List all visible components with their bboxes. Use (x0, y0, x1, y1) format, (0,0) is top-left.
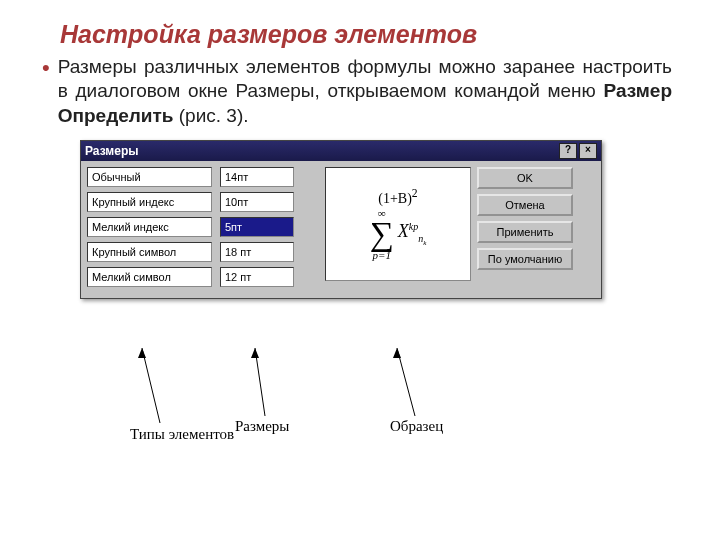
body-text: Размеры различных элементов формулы можн… (58, 55, 672, 128)
svg-line-2 (255, 348, 265, 416)
field-label: Крупный индекс (87, 192, 212, 212)
preview-box: (1+B)2 ∞ ∑ p=1 Xkpnk (325, 167, 471, 281)
prev-top-sup: 2 (412, 187, 418, 200)
callouts-layer: Типы элементов Размеры Образец (80, 348, 600, 468)
dialog-body: Обычный 14пт Крупный индекс 10пт Мелкий … (81, 161, 601, 298)
field-label: Крупный символ (87, 242, 212, 262)
body-bold1: Размер (604, 80, 672, 101)
prev-subsub: k (423, 239, 426, 247)
svg-marker-1 (138, 348, 146, 358)
buttons-column: OK Отмена Применить По умолчанию (477, 167, 595, 292)
preview-formula: (1+B)2 ∞ ∑ p=1 Xkpnk (370, 187, 427, 261)
field-value[interactable]: 10пт (220, 192, 294, 212)
field-value[interactable]: 14пт (220, 167, 294, 187)
fields-column: Обычный 14пт Крупный индекс 10пт Мелкий … (87, 167, 319, 292)
callout-sample: Образец (390, 418, 443, 435)
svg-marker-5 (393, 348, 401, 358)
bullet-row: • Размеры различных элементов формулы мо… (0, 55, 720, 128)
callout-arrows (80, 348, 600, 478)
prev-sup: kp (409, 221, 418, 232)
field-label: Мелкий индекс (87, 217, 212, 237)
sizes-dialog: Размеры ? × Обычный 14пт Крупный индекс … (80, 140, 602, 299)
field-value[interactable]: 18 пт (220, 242, 294, 262)
body-bold2: Определить (58, 105, 174, 126)
close-button[interactable]: × (579, 143, 597, 159)
field-row: Крупный символ 18 пт (87, 242, 319, 262)
prev-top: (1+B) (378, 191, 412, 206)
slide-title: Настройка размеров элементов (0, 0, 720, 55)
prev-rhs: X (398, 221, 409, 241)
bullet-dot: • (42, 55, 50, 81)
body-pre: Размеры различных элементов формулы можн… (58, 56, 672, 101)
svg-line-4 (397, 348, 415, 416)
callout-sizes: Размеры (235, 418, 289, 435)
svg-line-0 (142, 348, 160, 423)
titlebar: Размеры ? × (81, 141, 601, 161)
default-button[interactable]: По умолчанию (477, 248, 573, 270)
ok-button[interactable]: OK (477, 167, 573, 189)
body-post: (рис. 3). (174, 105, 249, 126)
callout-types: Типы элементов (130, 426, 220, 443)
field-label: Обычный (87, 167, 212, 187)
field-label: Мелкий символ (87, 267, 212, 287)
field-row: Обычный 14пт (87, 167, 319, 187)
field-value-selected[interactable]: 5пт (220, 217, 294, 237)
apply-button[interactable]: Применить (477, 221, 573, 243)
help-button[interactable]: ? (559, 143, 577, 159)
svg-marker-3 (251, 348, 259, 358)
sigma-bot: p=1 (370, 249, 394, 261)
field-value[interactable]: 12 пт (220, 267, 294, 287)
sigma-icon: ∑ (370, 219, 394, 249)
field-row: Мелкий индекс 5пт (87, 217, 319, 237)
field-row: Мелкий символ 12 пт (87, 267, 319, 287)
cancel-button[interactable]: Отмена (477, 194, 573, 216)
field-row: Крупный индекс 10пт (87, 192, 319, 212)
dialog-title: Размеры (85, 144, 557, 158)
